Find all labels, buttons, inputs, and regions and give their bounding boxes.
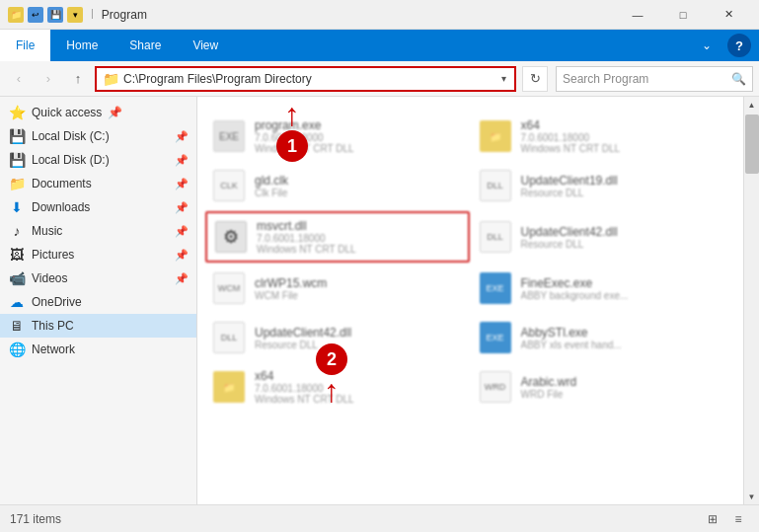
file-name-8: FineExec.exe	[521, 276, 730, 290]
up-button[interactable]: ↑	[65, 66, 91, 92]
status-bar: 171 items ⊞ ≡	[0, 504, 759, 532]
sidebar-label-network: Network	[32, 342, 75, 356]
ribbon: File Home Share View ⌄ ?	[0, 30, 759, 61]
ribbon-tab-file[interactable]: File	[0, 30, 50, 61]
main-area: ⭐ Quick access 📌 💾 Local Disk (C:) 📌 💾 L…	[0, 97, 759, 504]
scrollbar[interactable]: ▲ ▼	[743, 97, 759, 504]
sidebar-item-local-disk-c[interactable]: 💾 Local Disk (C:) 📌	[0, 124, 196, 148]
file-type-11: Windows NT CRT DLL	[255, 394, 464, 405]
file-item-x64-1[interactable]: 📁 x64 7.0.6001.18000 Windows NT CRT DLL	[472, 113, 736, 160]
list-view-button[interactable]: ≡	[727, 508, 749, 530]
search-icon: 🔍	[731, 72, 746, 86]
address-path[interactable]: 📁 C:\Program Files\Program Directory ▾	[95, 66, 516, 92]
sidebar-item-network[interactable]: 🌐 Network	[0, 338, 196, 361]
file-icon-fineexec: EXE	[478, 270, 513, 306]
minimize-button[interactable]: —	[615, 0, 660, 30]
save-icon[interactable]: 💾	[47, 7, 63, 23]
documents-icon: 📁	[8, 176, 26, 191]
file-icon-clk: CLK	[211, 168, 247, 203]
scroll-up-button[interactable]: ▲	[744, 97, 760, 113]
file-item-arabic-wrd[interactable]: WRD Arabic.wrd WRD File	[472, 363, 736, 411]
file-type-6: Resource DLL	[521, 239, 730, 250]
file-info-updateclient42-2: UpdateClient42.dll Resource DLL	[255, 326, 464, 350]
file-info-abbystl: AbbySTl.exe ABBY xls event hand...	[521, 326, 730, 350]
sidebar-item-downloads[interactable]: ⬇ Downloads 📌	[0, 195, 196, 219]
file-icon-dll-1: DLL	[478, 168, 513, 203]
file-item-fineexec[interactable]: EXE FineExec.exe ABBY background exe...	[472, 265, 736, 312]
music-icon: ♪	[8, 223, 26, 239]
downloads-icon: ⬇	[8, 199, 26, 215]
folder-icon-yellow: 📁	[8, 7, 24, 23]
file-icon-exe: EXE	[211, 118, 247, 154]
sidebar-item-pictures[interactable]: 🖼 Pictures 📌	[0, 243, 196, 266]
view-controls: ⊞ ≡	[702, 508, 749, 530]
address-dropdown[interactable]: ▾	[499, 73, 508, 84]
annotation-arrow-2: 2 ↑	[316, 343, 347, 407]
undo-icon[interactable]: ↩	[28, 7, 43, 23]
file-icon-folder-2: 📁	[211, 369, 247, 405]
file-info-x64-1: x64 7.0.6001.18000 Windows NT CRT DLL	[521, 118, 730, 154]
file-type-7: WCM File	[255, 290, 464, 301]
disk-icon-d: 💾	[8, 152, 26, 168]
ribbon-tab-home[interactable]: Home	[50, 30, 114, 61]
file-detail-8: ABBY background exe...	[521, 290, 730, 301]
sidebar-item-documents[interactable]: 📁 Documents 📌	[0, 172, 196, 195]
search-input[interactable]	[563, 72, 731, 86]
pin-icon-vids: 📌	[175, 272, 189, 285]
file-item-gld-clk[interactable]: CLK gld.clk Clk File	[205, 162, 470, 209]
file-icon-msvcrt: ⚙	[213, 219, 249, 255]
file-name-4: UpdateClient19.dll	[521, 174, 730, 188]
sidebar: ⭐ Quick access 📌 💾 Local Disk (C:) 📌 💾 L…	[0, 97, 197, 504]
sidebar-item-quick-access[interactable]: ⭐ Quick access 📌	[0, 101, 196, 124]
file-type-5: Windows NT CRT DLL	[257, 244, 462, 255]
file-item-updateclient42[interactable]: DLL UpdateClient42.dll Resource DLL	[472, 211, 736, 263]
ribbon-expand-btn[interactable]: ⌄	[686, 38, 727, 52]
file-item-updateclient19[interactable]: DLL UpdateClient19.dll Resource DLL	[472, 162, 736, 209]
sidebar-label-downloads: Downloads	[32, 200, 90, 214]
file-type-12: WRD File	[521, 389, 730, 400]
file-info-clrwp15: clrWP15.wcm WCM File	[255, 276, 464, 301]
file-name-2: x64	[521, 118, 730, 132]
sidebar-item-onedrive[interactable]: ☁ OneDrive	[0, 290, 196, 314]
path-text: C:\Program Files\Program Directory	[123, 72, 499, 86]
sidebar-item-this-pc[interactable]: 🖥 This PC	[0, 314, 196, 338]
file-info-fineexec: FineExec.exe ABBY background exe...	[521, 276, 730, 301]
file-detail-2: 7.0.6001.18000	[521, 132, 730, 143]
close-button[interactable]: ✕	[706, 0, 751, 30]
sidebar-label-pictures: Pictures	[32, 248, 74, 262]
ribbon-tab-share[interactable]: Share	[114, 30, 177, 61]
file-item-clrwp15[interactable]: WCM clrWP15.wcm WCM File	[205, 265, 470, 312]
file-item-abbystl[interactable]: EXE AbbySTl.exe ABBY xls event hand...	[472, 314, 736, 361]
sidebar-label-local-disk-d: Local Disk (D:)	[32, 153, 110, 167]
file-name-10: AbbySTl.exe	[521, 326, 730, 340]
file-info-arabic-wrd: Arabic.wrd WRD File	[521, 375, 730, 400]
pin-icon-docs: 📌	[175, 178, 189, 190]
maximize-button[interactable]: □	[660, 0, 706, 30]
grid-view-button[interactable]: ⊞	[702, 508, 723, 530]
sidebar-item-music[interactable]: ♪ Music 📌	[0, 219, 196, 243]
refresh-button[interactable]: ↻	[522, 66, 548, 92]
scroll-down-button[interactable]: ▼	[744, 489, 760, 504]
file-item-msvcrt[interactable]: ⚙ msvcrt.dll 7.0.6001.18000 Windows NT C…	[205, 211, 470, 263]
file-name-3: gld.clk	[255, 174, 464, 188]
sidebar-item-local-disk-d[interactable]: 💾 Local Disk (D:) 📌	[0, 148, 196, 172]
sidebar-label-onedrive: OneDrive	[32, 295, 82, 309]
file-item-program-exe[interactable]: EXE program.exe 7.0.6001.18000 Windows N…	[205, 113, 470, 160]
forward-button[interactable]: ›	[36, 66, 61, 92]
sidebar-label-this-pc: This PC	[32, 319, 74, 333]
help-button[interactable]: ?	[727, 34, 751, 57]
file-detail-10: ABBY xls event hand...	[521, 340, 730, 350]
search-box[interactable]: 🔍	[556, 66, 753, 92]
sidebar-label-music: Music	[32, 224, 62, 238]
annotation-arrow-1: ↑ 1	[276, 99, 308, 162]
ribbon-tab-view[interactable]: View	[177, 30, 234, 61]
back-button[interactable]: ‹	[6, 66, 32, 92]
scroll-thumb[interactable]	[745, 114, 759, 174]
file-name-9: UpdateClient42.dll	[255, 326, 464, 340]
sidebar-label-videos: Videos	[32, 271, 67, 285]
annotation-badge-2: 2	[316, 343, 347, 375]
menu-icon[interactable]: ▾	[67, 7, 83, 23]
file-icon-dll-2: DLL	[478, 219, 513, 255]
sidebar-item-videos[interactable]: 📹 Videos 📌	[0, 266, 196, 290]
pin-icon-d: 📌	[175, 154, 189, 167]
